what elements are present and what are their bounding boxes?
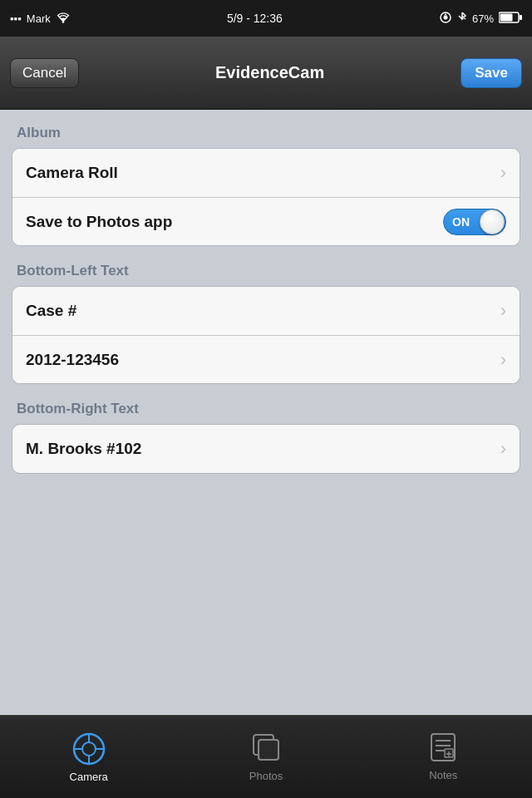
toggle-thumb (480, 209, 505, 234)
bottom-left-card: Case # › 2012-123456 › (12, 286, 520, 384)
camera-icon (71, 731, 107, 767)
camera-roll-label: Camera Roll (26, 164, 118, 182)
svg-rect-5 (500, 13, 513, 21)
svg-point-0 (62, 21, 64, 23)
save-to-photos-toggle[interactable]: ON (443, 209, 506, 235)
notes-tab-label: Notes (429, 769, 457, 781)
signal-bars: ▪▪▪ (10, 12, 22, 25)
tab-notes[interactable]: Notes (355, 716, 532, 798)
camera-tab-label: Camera (70, 771, 108, 783)
svg-rect-4 (520, 15, 522, 20)
album-section-label: Album (0, 125, 532, 148)
case-value-row[interactable]: 2012-123456 › (12, 335, 520, 383)
wifi-icon (56, 12, 71, 26)
status-left: ▪▪▪ Mark (10, 12, 71, 26)
svg-point-2 (443, 15, 447, 19)
orientation-lock-icon (439, 11, 452, 27)
status-datetime: 5/9 - 12:36 (227, 12, 283, 25)
save-button[interactable]: Save (461, 58, 522, 88)
svg-point-7 (82, 742, 96, 756)
photos-icon (250, 732, 282, 766)
main-content: Album Camera Roll › Save to Photos app O… (0, 110, 532, 505)
tab-bar: Camera Photos Notes (0, 715, 532, 798)
toggle-on-text: ON (452, 215, 470, 229)
camera-roll-row[interactable]: Camera Roll › (12, 149, 520, 197)
svg-rect-13 (259, 740, 278, 760)
cancel-button[interactable]: Cancel (10, 58, 79, 88)
tab-photos[interactable]: Photos (177, 716, 354, 798)
status-right: 67% (439, 11, 522, 27)
nav-bar: Cancel EvidenceCam Save (0, 37, 532, 110)
carrier-name: Mark (27, 12, 51, 25)
case-number-row[interactable]: Case # › (12, 287, 520, 335)
bottom-right-card: M. Brooks #102 › (12, 424, 520, 474)
save-to-photos-row[interactable]: Save to Photos app ON (12, 197, 520, 245)
case-number-chevron: › (500, 300, 506, 322)
battery-level: 67% (472, 12, 494, 25)
officer-label: M. Brooks #102 (26, 440, 141, 458)
bottom-right-section-label: Bottom-Right Text (0, 401, 532, 424)
battery-icon (499, 12, 522, 26)
bottom-left-section-label: Bottom-Left Text (0, 263, 532, 286)
photos-tab-label: Photos (249, 770, 283, 782)
camera-roll-chevron: › (500, 162, 506, 184)
case-value-label: 2012-123456 (26, 351, 119, 369)
save-to-photos-label: Save to Photos app (26, 213, 172, 231)
officer-chevron: › (500, 438, 506, 460)
tab-camera[interactable]: Camera (0, 716, 177, 798)
nav-title: EvidenceCam (215, 63, 324, 82)
bluetooth-icon (457, 11, 467, 27)
case-value-chevron: › (500, 349, 506, 371)
notes-icon (428, 732, 458, 766)
case-number-label: Case # (26, 302, 76, 320)
officer-row[interactable]: M. Brooks #102 › (12, 425, 520, 473)
status-bar: ▪▪▪ Mark 5/9 - 12:36 67% (0, 0, 532, 37)
album-card: Camera Roll › Save to Photos app ON (12, 148, 520, 246)
